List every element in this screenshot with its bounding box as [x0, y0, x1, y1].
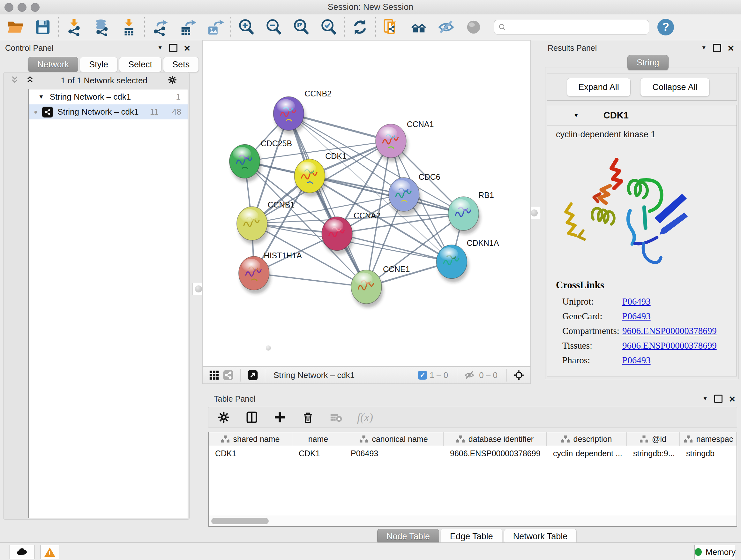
table-cell[interactable]: 9606.ENSP00000378699 [444, 446, 547, 461]
export-table-icon[interactable] [179, 18, 197, 36]
network-node-cdc6[interactable]: CDC6 [389, 172, 441, 215]
tab-style[interactable]: Style [80, 57, 118, 72]
table-cell[interactable]: stringdb:9... [627, 446, 680, 461]
crosslink-value-link[interactable]: 9606.ENSP00000378699 [622, 326, 717, 336]
zoom-in-icon[interactable] [238, 18, 255, 36]
tab-node-table[interactable]: Node Table [377, 529, 439, 544]
import-network-database-icon[interactable] [92, 18, 111, 36]
close-window-icon[interactable] [4, 3, 13, 12]
network-node-hist1h1a[interactable]: HIST1H1A [239, 251, 302, 294]
panel-close-icon[interactable]: × [184, 45, 190, 51]
column-header--id[interactable]: @id [627, 432, 680, 446]
new-network-from-selection-icon[interactable] [382, 18, 400, 36]
detach-view-icon[interactable] [246, 369, 260, 381]
network-node-cdc25b[interactable]: CDC25B [229, 139, 292, 182]
zoom-selected-icon[interactable] [320, 18, 338, 36]
scrollbar-thumb[interactable] [211, 518, 269, 524]
show-columns-icon[interactable] [245, 410, 259, 424]
zoom-window-icon[interactable] [30, 3, 40, 12]
apply-function-icon[interactable]: f(x) [357, 411, 373, 424]
pan-crosshair-icon[interactable] [512, 369, 526, 381]
crosslink-value-link[interactable]: P06493 [622, 311, 651, 321]
import-network-file-icon[interactable] [65, 18, 83, 36]
panel-close-icon[interactable]: × [728, 45, 734, 51]
network-node-rb1[interactable]: RB1 [448, 191, 494, 234]
network-overview-icon[interactable] [221, 369, 235, 381]
collapse-all-networks-icon[interactable] [10, 75, 19, 86]
add-column-icon[interactable] [273, 410, 287, 424]
cloud-button[interactable] [10, 545, 35, 559]
table-horizontal-scrollbar[interactable] [209, 516, 737, 526]
panel-collapse-icon[interactable]: ▼ [701, 45, 706, 51]
horizontal-splitter-dot[interactable] [266, 346, 271, 351]
crosslink-value-link[interactable]: P06493 [622, 355, 651, 366]
refresh-layout-icon[interactable] [351, 18, 369, 36]
panel-float-icon[interactable] [169, 44, 178, 52]
protein-card-header[interactable]: ▼ CDK1 [547, 105, 737, 125]
table-cell[interactable]: cyclin-dependent ... [547, 446, 627, 461]
network-node-cdkn1a[interactable]: CDKN1A [436, 239, 499, 283]
network-edge[interactable] [288, 114, 366, 287]
table-row[interactable]: CDK1CDK1P064939606.ENSP00000378699cyclin… [209, 446, 737, 461]
panel-float-icon[interactable] [714, 395, 723, 403]
column-header-database-identifier[interactable]: database identifier [444, 432, 547, 446]
crosslink-value-link[interactable]: P06493 [622, 296, 651, 307]
tab-sets[interactable]: Sets [163, 57, 199, 72]
network-node-cdk1[interactable]: CDK1 [294, 152, 346, 197]
selected-checkbox-icon[interactable]: ✓ [418, 371, 427, 380]
column-header-shared-name[interactable]: shared name [209, 432, 292, 446]
network-canvas[interactable]: CCNB2CCNA1CDC25BCDK1CDC6RB1CCNB1CCNA2CDK… [202, 40, 531, 367]
network-node-ccnb2[interactable]: CCNB2 [273, 89, 332, 134]
column-header-namespac[interactable]: namespac [680, 432, 737, 446]
minimize-window-icon[interactable] [17, 3, 26, 12]
table-cell[interactable]: CDK1 [209, 446, 292, 461]
table-settings-gear-icon[interactable] [217, 410, 231, 424]
tab-select[interactable]: Select [119, 57, 161, 72]
network-row[interactable]: ● String Network – cdk1 11 48 [29, 105, 188, 119]
hide-selected-icon[interactable] [437, 18, 455, 36]
table-cell[interactable]: P06493 [344, 446, 444, 461]
panel-collapse-icon[interactable]: ▼ [157, 45, 163, 51]
expand-all-button[interactable]: Expand All [567, 78, 630, 97]
delete-column-trash-icon[interactable] [301, 410, 315, 424]
tab-network-table[interactable]: Network Table [504, 529, 577, 544]
first-neighbors-icon[interactable] [410, 18, 428, 36]
open-session-icon[interactable] [6, 18, 24, 36]
network-options-gear-icon[interactable] [167, 75, 177, 86]
table-cell[interactable]: stringdb [680, 446, 737, 461]
column-header-name[interactable]: name [292, 432, 344, 446]
grid-view-icon[interactable] [207, 369, 221, 381]
network-node-ccne1[interactable]: CCNE1 [351, 265, 410, 308]
collapse-all-button[interactable]: Collapse All [640, 78, 710, 97]
tab-edge-table[interactable]: Edge Table [441, 529, 502, 544]
save-session-icon[interactable] [34, 18, 52, 36]
warning-button[interactable]: ! [40, 545, 59, 559]
zoom-fit-content-icon[interactable] [292, 18, 310, 36]
hidden-eye-icon[interactable] [462, 369, 476, 381]
protein-collapse-icon[interactable]: ▼ [573, 112, 579, 119]
search-box[interactable] [494, 20, 649, 35]
help-icon[interactable]: ? [657, 19, 674, 36]
search-input[interactable] [507, 22, 645, 32]
table-cell[interactable]: CDK1 [292, 446, 344, 461]
column-header-canonical-name[interactable]: canonical name [344, 432, 444, 446]
show-all-icon[interactable] [465, 18, 482, 36]
network-edge[interactable] [254, 273, 366, 287]
export-image-icon[interactable] [206, 18, 224, 36]
memory-button[interactable]: Memory [694, 545, 736, 559]
tab-string[interactable]: String [627, 55, 669, 70]
expand-all-networks-icon[interactable] [25, 75, 35, 86]
crosslink-value-link[interactable]: 9606.ENSP00000378699 [622, 340, 717, 351]
column-header-description[interactable]: description [547, 432, 627, 446]
panel-collapse-icon[interactable]: ▼ [702, 395, 708, 402]
node-label: CCNA2 [354, 211, 381, 220]
zoom-out-icon[interactable] [265, 18, 283, 36]
import-table-file-icon[interactable] [120, 18, 138, 36]
export-network-icon[interactable] [151, 18, 169, 36]
panel-float-icon[interactable] [713, 44, 721, 52]
tab-network[interactable]: Network [28, 57, 78, 72]
panel-close-icon[interactable]: × [729, 395, 735, 402]
network-collection-row[interactable]: ▼ String Network – cdk1 1 [29, 89, 188, 105]
delete-table-icon[interactable] [329, 410, 343, 424]
collection-expand-icon[interactable]: ▼ [38, 94, 44, 100]
